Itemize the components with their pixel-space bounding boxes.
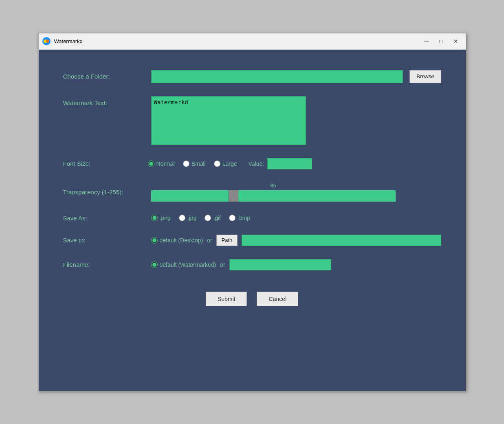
folder-label: Choose a Folder: — [63, 73, 145, 80]
app-icon — [42, 37, 51, 46]
slider-container: 85 — [151, 182, 396, 202]
window-controls: — □ ✕ — [420, 36, 462, 46]
submit-button[interactable]: Submit — [206, 292, 247, 306]
font-size-normal-radio[interactable] — [148, 160, 154, 167]
save-to-inner: default (Desktop) or Path — [151, 235, 441, 246]
save-as-jpg[interactable]: .jpg — [179, 215, 197, 221]
save-as-jpg-label: .jpg — [187, 215, 197, 221]
browse-button[interactable]: Browse — [409, 70, 441, 83]
save-to-default-label: default (Desktop) — [160, 237, 203, 244]
save-as-bmp-radio[interactable] — [229, 215, 235, 221]
save-as-bmp-label: .bmp — [238, 215, 250, 221]
main-window: Watermarkd — □ ✕ Choose a Folder: Browse… — [38, 33, 466, 391]
watermark-textarea[interactable]: Watermarkd — [151, 96, 306, 145]
value-label: Value: — [248, 160, 264, 167]
svg-point-2 — [46, 40, 49, 43]
save-to-row: Save to: default (Desktop) or Path — [63, 235, 441, 246]
save-to-default-radio[interactable] — [151, 237, 158, 244]
font-size-normal[interactable]: Normal — [148, 160, 175, 167]
cancel-button[interactable]: Cancel — [257, 292, 298, 306]
slider-value: 85 — [270, 182, 276, 189]
titlebar: Watermarkd — □ ✕ — [39, 33, 466, 50]
save-as-png[interactable]: .png — [151, 215, 171, 221]
close-button[interactable]: ✕ — [449, 36, 462, 46]
filename-input[interactable] — [229, 259, 331, 270]
watermark-row: Watermark Text: Watermarkd — [63, 96, 441, 145]
save-as-gif-radio[interactable] — [205, 215, 211, 221]
save-as-gif[interactable]: .gif — [205, 215, 221, 221]
watermark-label: Watermark Text: — [63, 96, 145, 106]
transparency-slider[interactable] — [151, 190, 396, 202]
save-to-default-option[interactable]: default (Desktop) — [151, 237, 203, 244]
folder-input[interactable] — [151, 70, 403, 83]
transparency-row: Transparency (1-255): 85 — [63, 182, 441, 202]
font-size-large-label: Large — [222, 160, 237, 167]
font-size-large[interactable]: Large — [214, 160, 237, 167]
form-content: Choose a Folder: Browse Watermark Text: … — [39, 50, 466, 391]
filename-default-label: default (Watermarked) — [160, 261, 216, 268]
save-as-label: Save As: — [63, 215, 145, 222]
save-as-gif-label: .gif — [213, 215, 221, 221]
path-input[interactable] — [242, 235, 441, 246]
filename-row: Filename: default (Watermarked) or — [63, 259, 441, 270]
save-as-radio-group: .png .jpg .gif .bmp — [151, 215, 251, 221]
font-size-normal-label: Normal — [156, 160, 175, 167]
font-size-small-label: Small — [191, 160, 206, 167]
filename-default-radio[interactable] — [151, 261, 158, 268]
font-size-label: Font Size: — [63, 160, 145, 167]
font-size-large-radio[interactable] — [214, 160, 220, 167]
path-button[interactable]: Path — [216, 235, 238, 246]
maximize-button[interactable]: □ — [435, 36, 448, 46]
value-input[interactable] — [267, 158, 312, 169]
folder-row: Choose a Folder: Browse — [63, 70, 441, 83]
font-size-row: Font Size: Normal Small Large Value: — [63, 158, 441, 169]
save-as-png-label: .png — [160, 215, 171, 221]
filename-or: or — [220, 261, 225, 268]
button-row: Submit Cancel — [63, 292, 441, 306]
save-as-row: Save As: .png .jpg .gif .bmp — [63, 215, 441, 222]
filename-default-option[interactable]: default (Watermarked) — [151, 261, 216, 268]
font-size-radio-group: Normal Small Large — [148, 160, 237, 167]
save-as-png-radio[interactable] — [151, 215, 158, 221]
save-as-bmp[interactable]: .bmp — [229, 215, 250, 221]
filename-inner: default (Watermarked) or — [151, 259, 441, 270]
save-to-label: Save to: — [63, 237, 145, 244]
filename-label: Filename: — [63, 261, 145, 268]
window-title: Watermarkd — [54, 38, 420, 44]
font-size-small[interactable]: Small — [183, 160, 206, 167]
minimize-button[interactable]: — — [420, 36, 433, 46]
transparency-label: Transparency (1-255): — [63, 189, 145, 196]
font-size-small-radio[interactable] — [183, 160, 189, 167]
save-to-or: or — [207, 237, 212, 244]
save-as-jpg-radio[interactable] — [179, 215, 185, 221]
